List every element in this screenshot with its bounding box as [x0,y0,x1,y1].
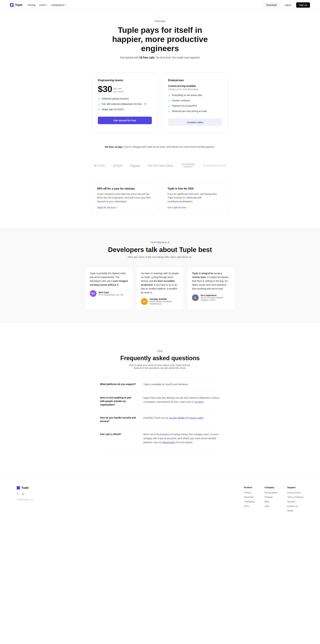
no-love-section: No love, no pay. If you're unhappy with … [0,143,320,158]
contact-sales-button[interactable]: Contact sales [168,118,222,126]
footer-cols: Product Pricing Download Changelog Docs … [244,486,303,512]
get-started-button[interactable]: Get started for free [98,117,152,124]
download-button[interactable]: Download [263,2,280,8]
footer-link-blog: Blog [264,500,277,503]
faq-item-2: Does it cost anything to pair with peopl… [100,391,220,411]
integrations-chevron-icon: ▾ [65,4,66,6]
footer-logo-icon [17,486,20,490]
hero-sub-bold: 10 free calls [139,56,155,59]
faq-header: FAQ Frequently asked questions Here's wh… [100,350,220,369]
nav-learn-link[interactable]: Learn ▾ [39,4,47,6]
faq-item-1: What platforms do you support? Tuple is … [100,378,220,391]
footer-link-status: Status [287,509,303,512]
faq-section: FAQ Frequently asked questions Here's wh… [97,336,223,462]
faq-title: Frequently asked questions [100,355,220,362]
help-icon[interactable]: ? [144,103,146,105]
nav-logo[interactable]: Tuple [10,3,22,7]
teams-feature-list: ✓ Unlimited pairing sessions ✓ Pair with… [98,97,152,111]
footer-copyright: © 2024 Tuple, LLC [17,498,33,501]
author-1-role: VP of Engineering, Jam City [98,294,124,296]
nav-integrations-link[interactable]: Integrations ▾ [51,4,66,6]
testimonials-grid: Tuple is probably the highest rated tool… [85,267,235,310]
testimonials-tag: TESTIMONIALS [3,241,317,244]
logo-browser: THE BROWSERCOMPANY [181,163,195,168]
faq-q3: How do you handle security and privacy? [100,416,137,423]
offer-oss-body: If you do significant OSS work, we'll do… [168,192,223,203]
logo-icon [10,3,14,7]
footer: Tuple 𝕏 ⊛ © 2024 Tuple, LLC Product Pric… [0,476,320,519]
footer-link-pairing: Pairing guide [264,491,277,494]
footer-link-pricing: Pricing [244,491,254,494]
testimonial-2: I've been in meetings with 10 people on … [136,267,184,310]
offer-startup-link[interactable]: Apply for discount → [97,206,119,209]
nav-pricing-link[interactable]: Pricing [28,4,35,6]
twitter-icon[interactable]: 𝕏 [17,492,19,496]
avatar-2: CS [141,298,148,305]
logo-text: Tuple [15,3,22,7]
testimonial-1-author: NC Nick Cash VP of Engineering, Jam City [90,290,128,297]
docs-link[interactable]: our docs [194,400,204,403]
footer-brand: Tuple 𝕏 ⊛ © 2024 Tuple, LLC [17,486,33,512]
offer-oss-title: Tuple is free for OSS [168,187,223,190]
feature-unlimited: ✓ Unlimited pairing sessions [98,97,152,101]
signup-button[interactable]: Sign up [296,2,310,8]
footer-company-links: Pairing guide Podcast Blog Jobs [264,491,277,508]
hero-subtitle: Get started with 10 free calls. No time … [3,56,317,59]
security-link[interactable]: security details [169,416,184,419]
hero-sub-plain: Get started with [120,56,139,59]
check-icon-2: ✓ [98,103,100,106]
footer-col-support-heading: Support [287,486,303,489]
enterprise-pricing-sub: Contact us for more information [168,88,222,90]
faq-q1: What platforms do you support? [100,382,137,386]
check-icon-1: ✓ [98,98,100,101]
footer-link-podcast: Podcast [264,496,277,498]
login-button[interactable]: Log in [282,2,294,8]
nav-right: Download Log in Sign up [263,2,310,8]
teams-price-detail: per userper month [114,87,124,93]
offers-section: 90% off for a year for startups If your … [88,178,232,228]
hero-title: Tuple pays for itself in happier, more p… [110,26,210,53]
enterprise-pricing-label: Custom pricing available [168,85,222,87]
footer-logo: Tuple [17,486,33,490]
testimonial-3-author: IL Ian Lesperance Senior Principal Softw… [192,294,230,301]
faq-q2: Does it cost anything to pair with peopl… [100,396,137,406]
enterprise-feature-list: ✓ Everything on the teams plan ✓ Custom … [168,94,222,113]
logo-figma: Figma [130,164,140,168]
github-icon[interactable]: ⊛ [22,492,24,496]
no-love-text: If you're unhappy with Tuple at any poin… [123,146,215,148]
nav-links: Pricing Learn ▾ Integrations ▾ [28,4,66,6]
teams-price-row: $30 per userper month [98,85,152,93]
testimonial-1: Tuple is probably the highest rated tool… [85,267,133,310]
faq-q4: Can I get a refund? [100,432,137,444]
faq-outer: FAQ Frequently asked questions Here's wh… [0,323,320,476]
offer-oss-link[interactable]: Get Tuple for free → [168,206,189,209]
testimonial-2-author: CS Cassidy Scheffer Staff Software Devel… [141,298,179,305]
author-3-name: Ian Lesperance [201,294,230,296]
feature-external: ✓ Pair with external collaborators for f… [98,103,152,106]
privacy-link[interactable]: privacy policy [190,416,204,419]
offer-startup-body: If your company is less than two years o… [97,192,152,203]
offer-startup-title: 90% off for a year for startups [97,187,152,190]
testimonials-section: TESTIMONIALS Developers talk about Tuple… [0,228,320,323]
faq-a4: We're not in the business of making mone… [143,432,220,444]
footer-social: 𝕏 ⊛ [17,492,33,496]
ent-feature-2: ✓ Custom contracts [168,99,222,102]
navbar: Tuple Pricing Learn ▾ Integrations ▾ Dow… [0,0,320,10]
footer-link-changelog: Changelog [244,500,254,503]
footer-col-company-heading: Company [264,486,277,489]
footer-link-contact: Contact us [287,504,303,508]
footer-col-support: Support Privacy Policy Terms of Service … [287,486,303,512]
faq-a2: Nope! Paid users (the default) can pair … [143,396,220,406]
logo-stripe: stripe [113,164,122,168]
check-icon-3: ✓ [98,108,100,111]
refund-policy-link[interactable]: refund policy [162,441,176,444]
footer-inner: Tuple 𝕏 ⊛ © 2024 Tuple, LLC Product Pric… [17,486,303,512]
enterprise-card-title: Enterprises [168,79,222,82]
teams-card: Engineering teams $30 per userper month … [92,72,158,133]
footer-logo-text: Tuple [21,486,29,490]
testimonial-3-text: Tuple is integral for us as a remote tea… [192,272,230,291]
footer-link-tos: Terms of Service [287,496,303,498]
footer-col-product: Product Pricing Download Changelog Docs [244,486,254,512]
author-2-name: Cassidy Scheffer [150,298,179,300]
footer-col-product-heading: Product [244,486,254,489]
